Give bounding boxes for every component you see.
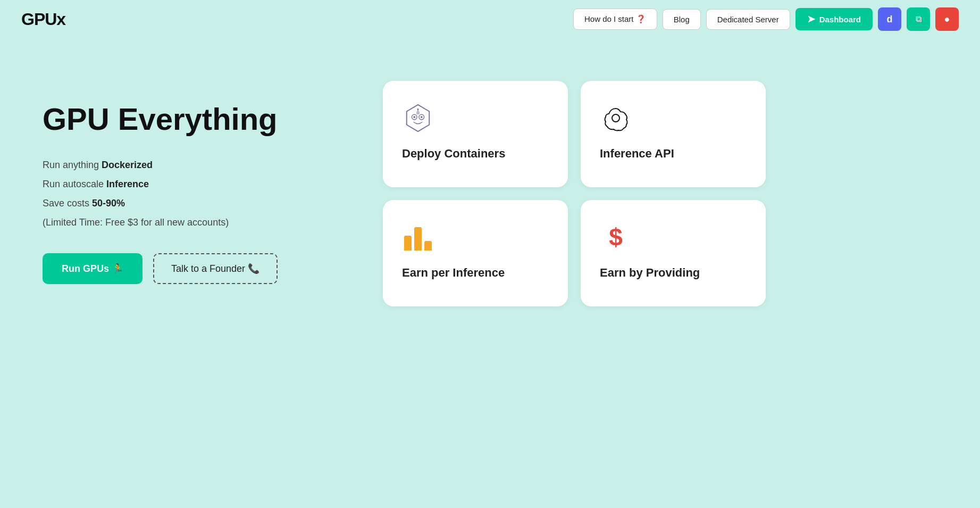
hero-buttons: Run GPUs 🏃 Talk to a Founder 📞	[43, 253, 340, 284]
svg-rect-4	[416, 111, 420, 114]
logo: GPUx	[21, 10, 65, 29]
dashboard-label: Dashboard	[819, 15, 861, 24]
earn-per-inference-icon	[402, 221, 434, 253]
card-earn-by-providing[interactable]: $ Earn by Providing	[581, 200, 766, 306]
deploy-containers-label: Deploy Containers	[402, 147, 549, 161]
hero-desc-line2-bold: Inference	[106, 179, 149, 189]
copy-button[interactable]: ⧉	[907, 7, 930, 31]
card-inference-api[interactable]: Inference API	[581, 81, 766, 187]
dollar-sign-icon: $	[609, 225, 623, 249]
user-button[interactable]: ●	[935, 7, 959, 31]
dashboard-button[interactable]: ➤ Dashboard	[795, 8, 873, 30]
hero-desc-line1-prefix: Run anything	[43, 160, 102, 170]
svg-point-3	[421, 116, 423, 118]
bar-3	[424, 241, 432, 251]
earn-by-providing-label: Earn by Providing	[600, 266, 747, 280]
hero-desc-line1-bold: Dockerized	[102, 160, 153, 170]
hero-desc-line3: Save costs 50-90%	[43, 194, 340, 213]
nav-right: How do I start ❓ Blog Dedicated Server ➤…	[573, 7, 959, 31]
navbar: GPUx How do I start ❓ Blog Dedicated Ser…	[0, 0, 980, 38]
bar-chart-icon	[404, 224, 432, 251]
inference-api-label: Inference API	[600, 147, 747, 161]
svg-point-2	[413, 116, 415, 118]
hero-desc-line1: Run anything Dockerized	[43, 155, 340, 174]
talk-to-founder-button[interactable]: Talk to a Founder 📞	[153, 253, 278, 284]
hero-left: GPU Everything Run anything Dockerized R…	[43, 81, 340, 284]
svg-point-7	[612, 114, 619, 122]
cards-grid: Deploy Containers Inference API	[383, 81, 766, 306]
inference-api-icon	[600, 102, 632, 134]
earn-per-inference-label: Earn per Inference	[402, 266, 549, 280]
copy-icon: ⧉	[916, 14, 922, 24]
how-do-i-start-button[interactable]: How do I start ❓	[573, 9, 657, 30]
blog-button[interactable]: Blog	[663, 9, 701, 30]
deploy-containers-icon	[402, 102, 434, 134]
hero-desc-line2: Run autoscale Inference	[43, 174, 340, 194]
card-earn-per-inference[interactable]: Earn per Inference	[383, 200, 568, 306]
user-icon: ●	[944, 14, 950, 25]
run-gpus-button[interactable]: Run GPUs 🏃	[43, 253, 143, 284]
discord-button[interactable]: d	[878, 7, 901, 31]
hero-desc-line4: (Limited Time: Free $3 for all new accou…	[43, 213, 340, 232]
bar-2	[414, 227, 422, 251]
dedicated-server-button[interactable]: Dedicated Server	[706, 9, 790, 30]
svg-point-6	[417, 109, 419, 110]
bar-1	[404, 236, 412, 251]
hero-desc-line2-prefix: Run autoscale	[43, 179, 106, 189]
hero-desc-line3-prefix: Save costs	[43, 198, 92, 209]
send-icon: ➤	[807, 13, 815, 25]
card-deploy-containers[interactable]: Deploy Containers	[383, 81, 568, 187]
hero-section: GPU Everything Run anything Dockerized R…	[0, 38, 980, 338]
hero-title: GPU Everything	[43, 102, 340, 136]
hero-description: Run anything Dockerized Run autoscale In…	[43, 155, 340, 232]
earn-by-providing-icon: $	[600, 221, 632, 253]
hero-desc-line3-bold: 50-90%	[92, 198, 125, 209]
discord-icon: d	[887, 14, 893, 25]
